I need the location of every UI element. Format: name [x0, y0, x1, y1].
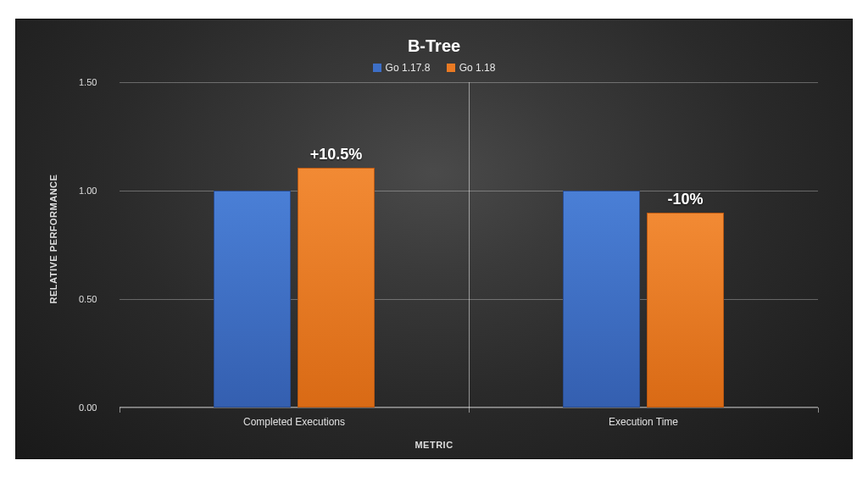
y-tick-label: 1.00 [79, 186, 97, 196]
bar [214, 191, 291, 408]
data-label: -10% [667, 191, 703, 208]
x-axis-label: METRIC [16, 440, 852, 450]
y-tick-label: 0.00 [79, 402, 97, 413]
category-label: Execution Time [609, 416, 678, 428]
legend-label: Go 1.17.8 [386, 62, 431, 74]
chart-legend: Go 1.17.8 Go 1.18 [16, 62, 852, 75]
tickmark [120, 408, 120, 413]
bar [298, 168, 375, 408]
chart-panel: B-Tree Go 1.17.8 Go 1.18 RELATIVE PERFOR… [15, 19, 853, 459]
legend-swatch-icon [373, 64, 381, 72]
y-tick-label: 0.50 [79, 294, 97, 304]
group-separator [469, 82, 470, 413]
legend-swatch-icon [447, 64, 455, 72]
chart-title: B-Tree [16, 36, 852, 56]
plot-area: 0.000.501.001.50Completed ExecutionsExec… [120, 82, 818, 408]
data-label: +10.5% [310, 146, 363, 164]
tickmark [818, 408, 819, 413]
chart-outer: B-Tree Go 1.17.8 Go 1.18 RELATIVE PERFOR… [0, 0, 868, 488]
y-axis-label: RELATIVE PERFORMANCE [48, 175, 58, 304]
legend-item-1: Go 1.18 [447, 62, 496, 74]
category-label: Completed Executions [243, 416, 345, 428]
bar [563, 191, 640, 408]
legend-label: Go 1.18 [459, 62, 496, 74]
legend-item-0: Go 1.17.8 [373, 62, 431, 74]
y-tick-label: 1.50 [79, 77, 97, 87]
bar [647, 213, 724, 408]
